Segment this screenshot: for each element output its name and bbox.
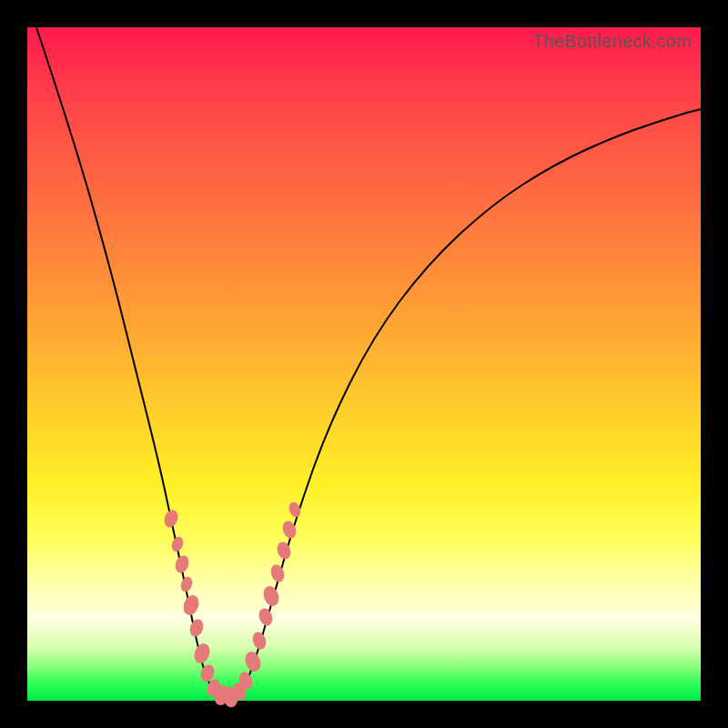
curve-dimple	[243, 650, 264, 674]
curve-dimple	[178, 575, 194, 593]
curve-dimple	[162, 508, 180, 529]
curve-dimple	[257, 606, 275, 627]
curve-layer	[27, 27, 701, 701]
curve-dimple-group	[162, 500, 302, 707]
curve-dimple	[187, 617, 206, 638]
curve-dimple	[261, 584, 282, 609]
curve-dimple	[275, 540, 293, 561]
curve-dimple	[268, 562, 287, 583]
curve-dimple	[287, 500, 302, 519]
curve-dimple	[250, 630, 268, 651]
curve-dimple	[181, 593, 202, 618]
curve-dimple	[173, 553, 191, 574]
curve-dimple	[169, 535, 185, 553]
bottleneck-curve	[36, 27, 701, 698]
curve-dimple	[192, 642, 213, 666]
plot-area: TheBottleneck.com	[27, 27, 701, 701]
chart-frame: TheBottleneck.com	[0, 0, 728, 728]
